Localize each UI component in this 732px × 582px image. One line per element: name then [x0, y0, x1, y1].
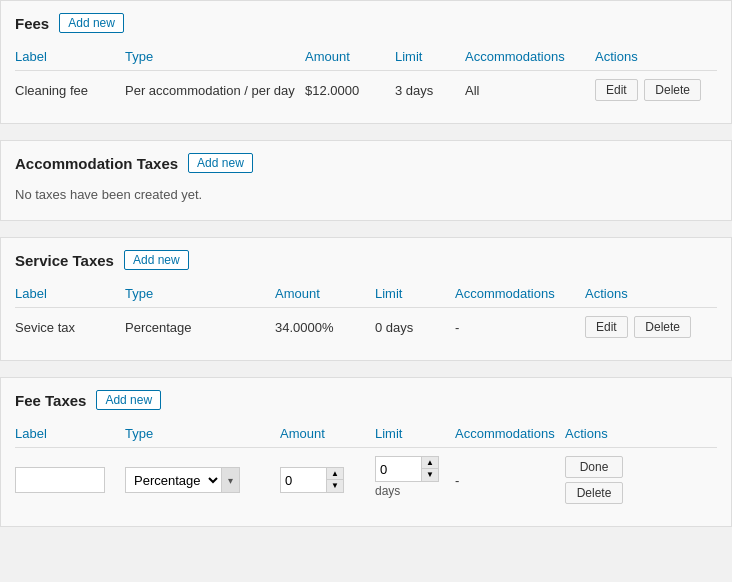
st-row-actions: Edit Delete — [585, 308, 717, 347]
ft-form-limit-cell: ▲ ▼ days — [375, 448, 455, 513]
fee-taxes-amount-input[interactable] — [281, 468, 326, 492]
fee-taxes-form-row: Percentage Fixed ▾ ▲ ▼ — [15, 448, 717, 513]
select-chevron-icon: ▾ — [221, 468, 239, 492]
fees-row-actions: Edit Delete — [595, 71, 717, 110]
ft-col-type: Type — [125, 420, 280, 448]
fees-col-limit: Limit — [395, 43, 465, 71]
fees-title: Fees — [15, 15, 49, 32]
fee-taxes-type-select[interactable]: Percentage Fixed — [126, 468, 221, 492]
limit-days-label: days — [375, 484, 447, 498]
fees-row-type: Per accommodation / per day — [125, 71, 305, 110]
fees-row-amount: $12.0000 — [305, 71, 395, 110]
fee-taxes-type-wrapper: Percentage Fixed ▾ — [125, 467, 240, 493]
amount-spinner-buttons: ▲ ▼ — [326, 468, 343, 492]
accommodation-taxes-title: Accommodation Taxes — [15, 155, 178, 172]
fees-row-limit: 3 days — [395, 71, 465, 110]
fee-taxes-delete-button[interactable]: Delete — [565, 482, 623, 504]
accommodation-taxes-section: Accommodation Taxes Add new No taxes hav… — [0, 140, 732, 221]
st-col-label: Label — [15, 280, 125, 308]
amount-spinner-up[interactable]: ▲ — [327, 468, 343, 480]
service-taxes-edit-button[interactable]: Edit — [585, 316, 628, 338]
fees-row: Cleaning fee Per accommodation / per day… — [15, 71, 717, 110]
ft-col-amount: Amount — [280, 420, 375, 448]
fees-section: Fees Add new Label Type Amount Limit Acc… — [0, 0, 732, 124]
ft-form-label-cell — [15, 448, 125, 513]
amount-spinner-down[interactable]: ▼ — [327, 480, 343, 492]
st-col-actions: Actions — [585, 280, 717, 308]
limit-spinner-up[interactable]: ▲ — [422, 457, 438, 469]
service-taxes-row: Sevice tax Percentage 34.0000% 0 days - … — [15, 308, 717, 347]
fee-taxes-amount-spinner: ▲ ▼ — [280, 467, 344, 493]
ft-col-limit: Limit — [375, 420, 455, 448]
service-taxes-delete-button[interactable]: Delete — [634, 316, 691, 338]
fees-delete-button[interactable]: Delete — [644, 79, 701, 101]
st-col-type: Type — [125, 280, 275, 308]
fees-header: Fees Add new — [15, 13, 717, 33]
accommodation-taxes-no-data: No taxes have been created yet. — [15, 183, 717, 206]
fees-col-type: Type — [125, 43, 305, 71]
accommodation-taxes-add-new-button[interactable]: Add new — [188, 153, 253, 173]
fees-col-label: Label — [15, 43, 125, 71]
limit-spinner-down[interactable]: ▼ — [422, 469, 438, 481]
st-row-label: Sevice tax — [15, 308, 125, 347]
fee-taxes-limit-spinner: ▲ ▼ — [375, 456, 439, 482]
st-col-amount: Amount — [275, 280, 375, 308]
ft-form-amount-cell: ▲ ▼ — [280, 448, 375, 513]
fee-taxes-done-button[interactable]: Done — [565, 456, 623, 478]
fees-col-accommodations: Accommodations — [465, 43, 595, 71]
service-taxes-section: Service Taxes Add new Label Type Amount … — [0, 237, 732, 361]
fees-row-accommodations: All — [465, 71, 595, 110]
st-col-limit: Limit — [375, 280, 455, 308]
ft-col-actions: Actions — [565, 420, 717, 448]
service-taxes-header: Service Taxes Add new — [15, 250, 717, 270]
st-row-accommodations: - — [455, 308, 585, 347]
st-row-amount: 34.0000% — [275, 308, 375, 347]
service-taxes-table: Label Type Amount Limit Accommodations A… — [15, 280, 717, 346]
fees-table: Label Type Amount Limit Accommodations A… — [15, 43, 717, 109]
ft-form-type-cell: Percentage Fixed ▾ — [125, 448, 280, 513]
fee-taxes-table: Label Type Amount Limit Accommodations A… — [15, 420, 717, 512]
service-taxes-title: Service Taxes — [15, 252, 114, 269]
service-taxes-add-new-button[interactable]: Add new — [124, 250, 189, 270]
fees-col-amount: Amount — [305, 43, 395, 71]
fees-col-actions: Actions — [595, 43, 717, 71]
st-row-limit: 0 days — [375, 308, 455, 347]
fees-add-new-button[interactable]: Add new — [59, 13, 124, 33]
ft-col-accommodations: Accommodations — [455, 420, 565, 448]
ft-form-actions-cell: Done Delete — [565, 448, 717, 513]
limit-spinner-buttons: ▲ ▼ — [421, 457, 438, 481]
fee-taxes-section: Fee Taxes Add new Label Type Amount Limi… — [0, 377, 732, 527]
fees-edit-button[interactable]: Edit — [595, 79, 638, 101]
fee-taxes-title: Fee Taxes — [15, 392, 86, 409]
fee-taxes-add-new-button[interactable]: Add new — [96, 390, 161, 410]
st-col-accommodations: Accommodations — [455, 280, 585, 308]
accommodation-taxes-header: Accommodation Taxes Add new — [15, 153, 717, 173]
ft-col-label: Label — [15, 420, 125, 448]
fee-taxes-limit-input[interactable] — [376, 457, 421, 481]
fees-row-label: Cleaning fee — [15, 71, 125, 110]
ft-form-accommodations-cell: - — [455, 448, 565, 513]
fee-taxes-label-input[interactable] — [15, 467, 105, 493]
fee-taxes-header: Fee Taxes Add new — [15, 390, 717, 410]
st-row-type: Percentage — [125, 308, 275, 347]
